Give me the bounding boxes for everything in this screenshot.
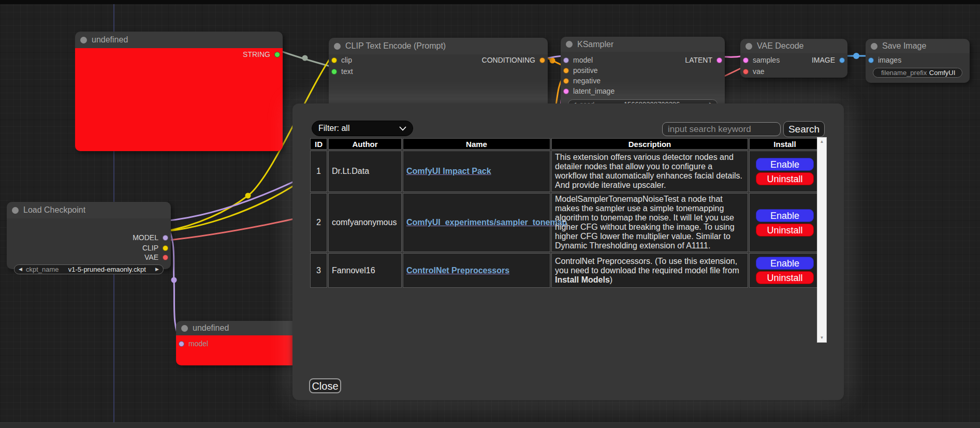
cell-description: ModelSamplerTonemapNoiseTest a node that… bbox=[551, 193, 748, 252]
output-slot-clip[interactable]: CLIP bbox=[142, 244, 168, 252]
scrollbar-up-icon[interactable]: ▲ bbox=[817, 138, 826, 145]
reroute-dot-image[interactable] bbox=[853, 53, 859, 59]
slot-dot-vae-out[interactable] bbox=[163, 255, 168, 260]
enable-button[interactable]: Enable bbox=[756, 257, 814, 270]
search-input[interactable] bbox=[662, 122, 781, 136]
node-title: KSampler bbox=[577, 40, 613, 49]
slot-dot-images[interactable] bbox=[868, 57, 874, 63]
table-scrollbar[interactable]: ▲ ▼ bbox=[817, 137, 827, 343]
input-slot-samples[interactable]: samples bbox=[743, 56, 780, 64]
output-slot-latent[interactable]: LATENT bbox=[685, 56, 722, 64]
slot-dot-string[interactable] bbox=[274, 52, 280, 57]
wire-string bbox=[278, 50, 332, 67]
extension-link[interactable]: ComfyUI_experiments/sampler_tonemap bbox=[406, 218, 567, 227]
collapse-dot-icon[interactable] bbox=[181, 325, 188, 332]
node-load-checkpoint[interactable]: Load Checkpoint MODEL CLIP VAE ◀ ckpt_na bbox=[7, 202, 171, 269]
node-header[interactable]: KSampler bbox=[561, 37, 725, 52]
node-clip-text-encode[interactable]: CLIP Text Encode (Prompt) clip text COND… bbox=[329, 38, 548, 113]
filename-prefix-widget[interactable]: filename_prefix ComfyUI bbox=[873, 68, 962, 78]
search-button[interactable]: Search bbox=[783, 121, 825, 137]
node-title: Save Image bbox=[882, 41, 926, 51]
input-slot-positive[interactable]: positive bbox=[563, 66, 597, 75]
node-header[interactable]: CLIP Text Encode (Prompt) bbox=[329, 38, 548, 54]
extension-link[interactable]: ControlNet Preprocessors bbox=[406, 266, 509, 275]
slot-dot-vae[interactable] bbox=[743, 69, 749, 75]
ckpt-name-widget[interactable]: ◀ ckpt_name v1-5-pruned-emaonly.ckpt ▶ bbox=[14, 264, 164, 274]
input-slot-latent-image[interactable]: latent_image bbox=[563, 87, 615, 95]
scrollbar-down-icon[interactable]: ▼ bbox=[817, 334, 826, 342]
node-save-image[interactable]: Save Image images filename_prefix ComfyU… bbox=[866, 39, 970, 83]
node-header[interactable]: Save Image bbox=[866, 39, 970, 53]
reroute-dot-conditioning[interactable] bbox=[550, 58, 555, 64]
input-slot-model[interactable]: model bbox=[179, 340, 208, 348]
slot-dot-clip-out[interactable] bbox=[163, 245, 168, 251]
node-body-error: model bbox=[176, 335, 295, 365]
output-slot-image[interactable]: IMAGE bbox=[812, 56, 845, 64]
slot-dot-latent[interactable] bbox=[716, 57, 722, 63]
node-title: undefined bbox=[92, 35, 128, 45]
collapse-dot-icon[interactable] bbox=[80, 37, 87, 43]
cell-author: comfyanonymous bbox=[328, 193, 402, 252]
filter-dropdown[interactable]: Filter: all bbox=[312, 121, 413, 136]
slot-dot-clip[interactable] bbox=[331, 57, 337, 63]
reroute-dot-string[interactable] bbox=[302, 55, 308, 61]
node-ksampler[interactable]: KSampler model positive negative latent bbox=[561, 37, 725, 113]
input-slot-negative[interactable]: negative bbox=[563, 77, 601, 85]
input-slot-text[interactable]: text bbox=[331, 67, 353, 76]
close-button[interactable]: Close bbox=[309, 378, 341, 393]
collapse-dot-icon[interactable] bbox=[745, 43, 752, 50]
reroute-dot-model[interactable] bbox=[171, 277, 177, 283]
input-slot-vae[interactable]: vae bbox=[743, 67, 765, 76]
enable-button[interactable]: Enable bbox=[756, 158, 814, 171]
node-title: undefined bbox=[193, 323, 229, 333]
node-header[interactable]: undefined bbox=[176, 321, 295, 335]
header-id: ID bbox=[310, 138, 327, 150]
node-undefined-bottom[interactable]: undefined model bbox=[176, 321, 295, 365]
output-slot-string[interactable]: STRING bbox=[243, 50, 280, 58]
uninstall-button[interactable]: Uninstall bbox=[756, 271, 814, 284]
input-slot-images[interactable]: images bbox=[868, 56, 901, 64]
collapse-dot-icon[interactable] bbox=[566, 41, 573, 48]
node-header[interactable]: undefined bbox=[75, 32, 283, 48]
slot-dot-text[interactable] bbox=[331, 69, 337, 75]
uninstall-button[interactable]: Uninstall bbox=[756, 224, 814, 237]
output-slot-conditioning[interactable]: CONDITIONING bbox=[482, 56, 545, 64]
input-slot-model[interactable]: model bbox=[563, 56, 593, 64]
cell-description: This extension offers various detector n… bbox=[551, 151, 748, 192]
output-slot-model[interactable]: MODEL bbox=[133, 233, 168, 242]
enable-button[interactable]: Enable bbox=[756, 209, 814, 222]
wire-clip-b bbox=[165, 182, 299, 231]
slot-dot-model-out[interactable] bbox=[163, 235, 168, 241]
widget-left-arrow-icon[interactable]: ◀ bbox=[19, 267, 22, 272]
slot-dot-negative[interactable] bbox=[563, 78, 569, 84]
slot-dot-samples[interactable] bbox=[743, 57, 749, 63]
slot-dot-conditioning[interactable] bbox=[539, 57, 545, 63]
widget-right-arrow-icon[interactable]: ▶ bbox=[155, 267, 159, 272]
collapse-dot-icon[interactable] bbox=[871, 43, 877, 50]
extension-link[interactable]: ComfyUI Impact Pack bbox=[406, 167, 491, 175]
reroute-dot-clip[interactable] bbox=[245, 193, 251, 199]
extensions-table-container: ID Author Name Description Install 1 Dr.… bbox=[309, 137, 827, 343]
input-slot-clip[interactable]: clip bbox=[331, 56, 352, 64]
header-author: Author bbox=[328, 138, 402, 150]
node-header[interactable]: Load Checkpoint bbox=[7, 202, 171, 218]
slot-dot-model[interactable] bbox=[179, 341, 184, 347]
node-body: MODEL CLIP VAE ◀ ckpt_name v1-5-pruned-e… bbox=[7, 218, 171, 269]
slot-dot-image[interactable] bbox=[839, 57, 845, 63]
slot-dot-latent-image[interactable] bbox=[563, 88, 569, 94]
node-undefined-top[interactable]: undefined STRING bbox=[75, 32, 283, 151]
table-row: 1 Dr.Lt.Data ComfyUI Impact Pack This ex… bbox=[310, 151, 821, 192]
node-header[interactable]: VAE Decode bbox=[740, 39, 847, 53]
output-slot-vae[interactable]: VAE bbox=[144, 253, 168, 261]
comfyui-window: undefined STRING CLIP Text Encode (Promp… bbox=[0, 0, 980, 428]
bottom-frame bbox=[0, 422, 980, 428]
collapse-dot-icon[interactable] bbox=[334, 43, 341, 50]
node-vae-decode[interactable]: VAE Decode samples vae IMAGE bbox=[740, 39, 847, 78]
uninstall-button[interactable]: Uninstall bbox=[756, 172, 814, 185]
cell-description: ControlNet Preprocessors. (To use this e… bbox=[551, 253, 748, 288]
node-body: samples vae IMAGE bbox=[740, 53, 847, 78]
slot-dot-model[interactable] bbox=[563, 57, 569, 63]
node-body-error: STRING bbox=[75, 48, 283, 151]
collapse-dot-icon[interactable] bbox=[12, 207, 19, 214]
slot-dot-positive[interactable] bbox=[563, 68, 569, 73]
